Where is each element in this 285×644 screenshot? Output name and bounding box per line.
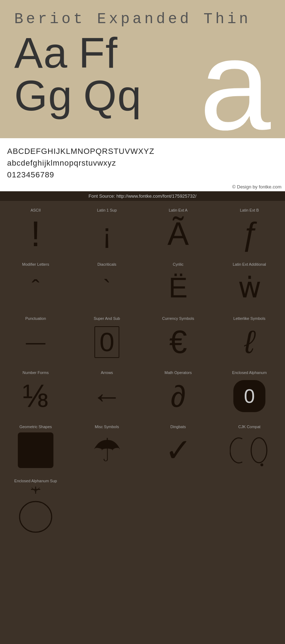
block-latinextadd: Latin Ext Additional ẇ — [214, 259, 285, 313]
block-currencysymbols-glyph: € — [169, 324, 187, 360]
block-modletters-glyph: ˆ — [32, 270, 40, 306]
block-currencysymbols: Currency Symbols € — [142, 313, 214, 367]
block-latin1sup-glyph: ¡ — [102, 216, 112, 251]
block-cjkcompat-glyph — [230, 432, 269, 468]
block-enclosedaphansupp-glyph — [16, 487, 55, 533]
credit-line: © Design by fontke.com — [0, 182, 285, 191]
digits: 0123456789 — [7, 169, 278, 181]
block-miscsymbols: Misc Symbols ☂ — [71, 421, 142, 475]
block-latin1sup-label: Latin 1 Sup — [97, 208, 117, 212]
specimen-Gg: Gg — [14, 74, 73, 117]
specimen-row-2: Gg Qq — [14, 74, 142, 117]
block-superandsub-label: Super And Sub — [94, 316, 120, 321]
block-punctuation: Punctuation — — [0, 313, 71, 367]
header-section: Beriot Expanded Thin Aa Ff Gg Qq a — [0, 0, 285, 138]
block-mathoperators-label: Math Operators — [165, 370, 192, 375]
block-dingbats: Dingbats ✓ — [142, 421, 214, 475]
block-ascii: ASCII ! — [0, 204, 71, 259]
block-cyrilic: Cyrilic Ё — [142, 259, 214, 313]
block-ascii-glyph: ! — [31, 216, 41, 251]
block-currencysymbols-label: Currency Symbols — [162, 316, 194, 321]
block-arrows: Arrows ← — [71, 367, 142, 421]
dark-section: Font Source: http://www.fontke.com/font/… — [0, 191, 285, 544]
block-cyrilic-label: Cyrilic — [173, 262, 183, 266]
block-modletters: Modifier Letters ˆ — [0, 259, 71, 313]
block-cjkcompat-label: CJK Compat — [238, 425, 260, 429]
block-punctuation-glyph: — — [26, 324, 46, 360]
block-diacriticals: Diacriticals ` — [71, 259, 142, 313]
specimen-Qq: Qq — [83, 74, 142, 117]
block-mathoperators-glyph: ∂ — [171, 378, 186, 414]
block-empty-1 — [71, 475, 142, 540]
specimen-Aa: Aa — [14, 31, 68, 74]
block-geometricshapes: Geometric Shapes — [0, 421, 71, 475]
block-cyrilic-glyph: Ё — [169, 270, 187, 306]
block-latinexta-glyph: Ã — [167, 216, 189, 251]
block-latinextb-label: Latin Ext B — [240, 208, 259, 212]
block-punctuation-label: Punctuation — [25, 316, 46, 321]
geometric-square — [18, 432, 53, 468]
block-empty-2 — [142, 475, 214, 540]
block-modletters-label: Modifier Letters — [22, 262, 49, 266]
block-arrows-label: Arrows — [101, 370, 113, 375]
block-miscsymbols-label: Misc Symbols — [95, 425, 119, 429]
block-latinextadd-label: Latin Ext Additional — [233, 262, 266, 266]
block-latinexta: Latin Ext A Ã — [142, 204, 214, 259]
block-latinextb: Latin Ext B ƒ — [214, 204, 285, 259]
block-letterlikesymbols-glyph: ℓ — [244, 324, 254, 360]
block-numberforms-label: Number Forms — [22, 370, 48, 375]
block-enclosedaphanum: Enclosed Alphanum 0 — [214, 367, 285, 421]
block-arrows-glyph: ← — [92, 378, 122, 414]
block-numberforms: Number Forms ⅛ — [0, 367, 71, 421]
block-dingbats-glyph: ✓ — [165, 432, 192, 468]
specimen-row-1: Aa Ff — [14, 31, 142, 74]
block-ascii-label: ASCII — [31, 208, 41, 212]
alphabet-lower: abcdefghijklmnopqrstuvwxyz — [7, 157, 278, 169]
block-diacriticals-glyph: ` — [103, 270, 111, 306]
specimen-Ff: Ff — [79, 31, 118, 74]
block-diacriticals-label: Diacriticals — [97, 262, 116, 266]
block-latinextb-glyph: ƒ — [240, 216, 258, 251]
block-latinexta-label: Latin Ext A — [169, 208, 188, 212]
block-superandsub-glyph: 0 — [94, 324, 119, 360]
svg-point-0 — [251, 438, 267, 463]
block-latinextadd-glyph: ẇ — [238, 270, 261, 306]
svg-point-6 — [20, 502, 52, 532]
cjk-compat-svg — [230, 433, 269, 467]
block-enclosedaphansupp: Enclosed Alphanum Sup — [0, 475, 71, 540]
block-empty-3 — [214, 475, 285, 540]
block-miscsymbols-glyph: ☂ — [93, 432, 121, 468]
unicode-grid: ASCII ! Latin 1 Sup ¡ Latin Ext A Ã Lati… — [0, 201, 285, 544]
enc-alph-sup-svg — [16, 487, 55, 533]
block-enclosedaphansupp-label: Enclosed Alphanum Sup — [14, 479, 57, 483]
block-enclosedaphanum-glyph: 0 — [233, 378, 265, 414]
block-superandsub: Super And Sub 0 — [71, 313, 142, 367]
block-dingbats-label: Dingbats — [170, 425, 186, 429]
block-letterlikesymbols-label: Letterlike Symbols — [233, 316, 265, 321]
font-source-bar: Font Source: http://www.fontke.com/font/… — [0, 191, 285, 201]
block-enclosedaphanum-label: Enclosed Alphanum — [232, 370, 266, 375]
specimen-bg-letter: a — [200, 21, 271, 149]
block-geometricshapes-glyph — [18, 432, 53, 468]
block-cjkcompat: CJK Compat — [214, 421, 285, 475]
block-letterlikesymbols: Letterlike Symbols ℓ — [214, 313, 285, 367]
svg-point-1 — [260, 463, 263, 466]
block-mathoperators: Math Operators ∂ — [142, 367, 214, 421]
block-latin1sup: Latin 1 Sup ¡ — [71, 204, 142, 259]
block-geometricshapes-label: Geometric Shapes — [19, 425, 52, 429]
specimen-area: Aa Ff Gg Qq a — [14, 31, 271, 138]
block-numberforms-glyph: ⅛ — [22, 378, 49, 414]
specimen-letters: Aa Ff Gg Qq — [14, 31, 142, 117]
